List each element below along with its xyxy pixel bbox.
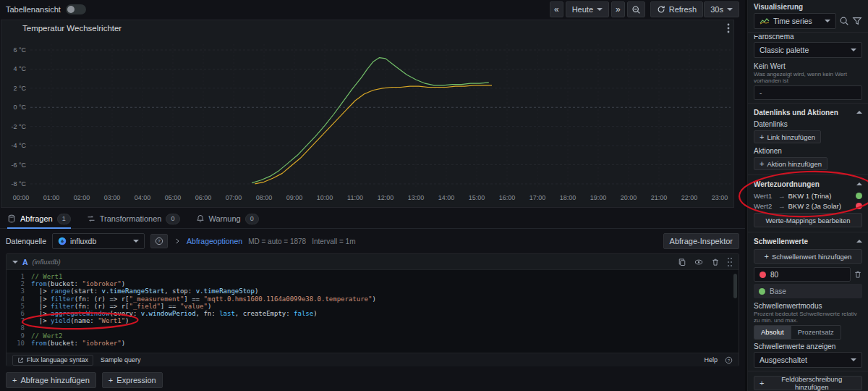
- search-icon[interactable]: [839, 16, 849, 26]
- actions-label: Aktionen: [754, 147, 862, 155]
- time-series-chart[interactable]: 6 °C4 °C2 °C0 °C-2 °C-4 °C-6 °C-8 °C00:0…: [1, 35, 733, 207]
- add-field-override-button[interactable]: + Feldüberschreibung hinzufügen: [754, 376, 862, 390]
- tab-count-badge: 1: [57, 214, 71, 224]
- plus-icon: +: [765, 253, 769, 261]
- x-tick-label: 11:00: [347, 194, 363, 201]
- threshold-value-input[interactable]: 80: [754, 267, 851, 282]
- show-thresholds-select[interactable]: Ausgeschaltet: [754, 352, 862, 368]
- query-inspector-button[interactable]: Abfrage-Inspektor: [663, 233, 739, 249]
- tab-alert[interactable]: Warnung 0: [196, 209, 259, 228]
- threshold-mode-label: Schwellenwertmodus: [754, 302, 862, 310]
- expression-label: Expression: [116, 376, 156, 384]
- delete-threshold-trash-icon[interactable]: [854, 270, 862, 279]
- help-circle-icon[interactable]: ?: [725, 356, 733, 364]
- filter-icon[interactable]: [852, 16, 862, 26]
- threshold-base-row: Base: [754, 284, 862, 298]
- tab-queries[interactable]: Abfragen 1: [7, 209, 71, 228]
- code-line: // Wert1: [31, 273, 739, 280]
- query-actions: + Abfrage hinzufügen + Expression: [6, 372, 163, 388]
- query-options-link[interactable]: Abfrageoptionen: [187, 237, 242, 245]
- x-tick-label: 21:00: [651, 194, 668, 201]
- mode-absolute-option[interactable]: Absolut: [754, 326, 791, 339]
- sample-query-button[interactable]: Sample query: [101, 356, 141, 363]
- x-tick-label: 22:00: [681, 194, 698, 201]
- section-data-links-header[interactable]: Datenlinks und Aktionen: [754, 106, 862, 119]
- delete-query-trash-icon[interactable]: [711, 258, 720, 266]
- refresh-button[interactable]: Refresh: [650, 1, 704, 17]
- hide-query-eye-icon[interactable]: [694, 258, 704, 266]
- data-links-label: Datenlinks: [754, 120, 862, 128]
- drag-handle-icon[interactable]: [727, 257, 733, 267]
- editor-scrollbar[interactable]: [733, 274, 737, 298]
- datasource-picker[interactable]: influxdb: [52, 233, 145, 249]
- code-line: |> aggregateWindow(every: v.windowPeriod…: [31, 310, 739, 317]
- mapping-from: Wert1: [754, 192, 775, 200]
- color-scheme-select[interactable]: Classic palette: [754, 42, 862, 58]
- threshold-mode-description: Prozent bedeutet Schwellenwerte relativ …: [754, 311, 862, 324]
- refresh-interval-dropdown[interactable]: 30s: [704, 1, 739, 17]
- y-tick-label: -4 °C: [11, 142, 26, 149]
- query-header[interactable]: A (influxdb): [7, 254, 739, 270]
- panel-options-sidebar: Visualisierung Time series Farbschema Cl…: [747, 0, 868, 391]
- x-tick-label: 06:00: [195, 194, 212, 201]
- add-expression-button[interactable]: + Expression: [102, 372, 163, 388]
- time-shift-forward-button[interactable]: »: [611, 1, 625, 17]
- help-link[interactable]: Help: [704, 356, 718, 363]
- edit-value-mappings-button[interactable]: Werte-Mappings bearbeiten: [754, 213, 862, 227]
- mode-percent-option[interactable]: Prozentsatz: [791, 326, 841, 339]
- refresh-label: Refresh: [669, 5, 697, 14]
- no-value-value: -: [760, 89, 762, 97]
- tab-label: Warnung: [209, 214, 241, 223]
- time-range-picker[interactable]: Heute: [566, 1, 609, 17]
- value-mapping-row: Wert2 → BKW 2 (Ja Solar): [754, 201, 862, 211]
- editor-toolbar: Tabellenansicht « Heute » Refresh 30s: [0, 0, 745, 19]
- refresh-icon: [657, 5, 665, 14]
- y-tick-label: -6 °C: [11, 161, 26, 169]
- table-view-toggle[interactable]: [66, 4, 86, 14]
- code-line: |> yield(name: "Wert1"): [31, 317, 739, 324]
- section-header-label: Schwellenwerte: [754, 237, 808, 245]
- chevron-up-icon: [856, 182, 862, 185]
- line-number: 4: [7, 295, 25, 303]
- add-threshold-button[interactable]: + Schwellenwert hinzufügen: [754, 249, 862, 264]
- section-thresholds-header[interactable]: Schwellenwerte: [754, 235, 862, 248]
- plus-icon: +: [760, 133, 764, 141]
- code-line: from(bucket: "iobroker"): [31, 340, 739, 347]
- transform-icon: [87, 214, 95, 223]
- y-tick-label: 4 °C: [13, 65, 26, 72]
- tab-label: Transformationen: [100, 214, 162, 223]
- tab-transformations[interactable]: Transformationen 0: [87, 209, 180, 228]
- x-tick-label: 09:00: [286, 194, 303, 201]
- add-link-button[interactable]: + Link hinzufügen: [754, 130, 821, 143]
- panel-menu-button[interactable]: [727, 23, 730, 35]
- code-content: // Wert1from(bucket: "iobroker") |> rang…: [31, 273, 739, 353]
- time-series-icon: [760, 17, 770, 25]
- x-tick-label: 23:00: [712, 194, 728, 201]
- add-action-label: Aktion hinzufügen: [767, 160, 822, 168]
- query-options-interval: Intervall = 1m: [312, 237, 355, 245]
- duplicate-query-icon[interactable]: [678, 258, 686, 266]
- flux-code-editor[interactable]: 12345678910 // Wert1from(bucket: "iobrok…: [7, 270, 739, 353]
- add-action-button[interactable]: + Aktion hinzufügen: [754, 157, 827, 170]
- no-value-description: Was angezeigt wird, wenn kein Wert vorha…: [754, 72, 862, 84]
- time-shift-back-button[interactable]: «: [550, 1, 563, 17]
- add-query-button[interactable]: + Abfrage hinzufügen: [6, 372, 96, 388]
- query-editor-card: A (influxdb) 12345678910 // Wert1from(bu…: [6, 253, 739, 366]
- section-value-mappings-header[interactable]: Wertezuordnungen: [754, 177, 862, 190]
- y-tick-label: -8 °C: [11, 180, 26, 188]
- visualization-picker[interactable]: Time series: [754, 13, 836, 29]
- add-field-override-label: Feldüberschreibung hinzufügen: [767, 375, 856, 391]
- no-value-input[interactable]: -: [754, 85, 862, 100]
- x-tick-label: 19:00: [590, 194, 607, 201]
- section-header-label: Wertezuordnungen: [754, 180, 820, 188]
- color-scheme-label-clipped: Farbschema: [754, 35, 862, 41]
- magnifier-minus-icon: [631, 5, 641, 14]
- x-tick-label: 20:00: [621, 194, 637, 201]
- flux-syntax-button[interactable]: Flux language syntax: [12, 355, 93, 366]
- base-color-dot[interactable]: [759, 288, 765, 295]
- y-tick-label: 2 °C: [13, 85, 26, 92]
- datasource-help-button[interactable]: ?: [150, 234, 168, 248]
- zoom-out-button[interactable]: [627, 1, 645, 17]
- x-tick-label: 15:00: [469, 194, 485, 201]
- threshold-color-dot[interactable]: [760, 272, 766, 278]
